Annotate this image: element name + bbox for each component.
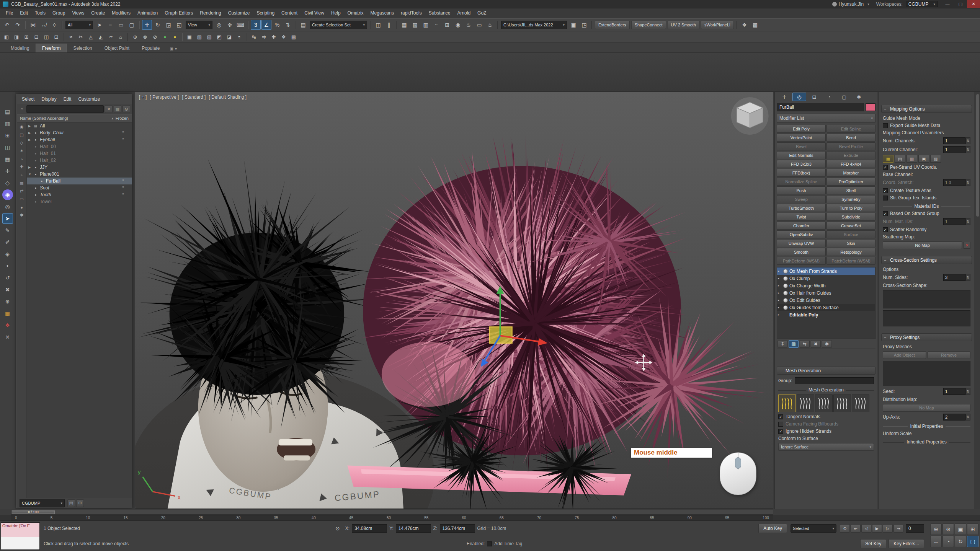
modifier-button-ffd-3x3x3[interactable]: FFD 3x3x3 (777, 160, 826, 168)
checkbox-box-icon[interactable]: ✓ (883, 188, 888, 193)
display-bones-icon[interactable]: ✱ (18, 212, 26, 219)
modifier-stack-ox-clump[interactable]: ▸Ox Clump (777, 275, 875, 282)
expand-arrow-icon[interactable]: ▸ (778, 284, 782, 287)
selection-lock-toggle-icon[interactable]: ⊙ (333, 523, 343, 533)
material-editor-icon[interactable]: ◉ (453, 20, 463, 30)
modifier-button-creaseset[interactable]: CreaseSet (826, 222, 875, 230)
relax-tool-icon[interactable]: ≈ (66, 33, 75, 42)
list-box[interactable] (883, 361, 970, 386)
angle-snap-toggle-icon[interactable]: ∠ (261, 20, 271, 30)
yellow-state-icon[interactable]: ● (170, 33, 180, 42)
display-tab-icon[interactable]: ▢ (837, 93, 851, 101)
checkbox-box-icon[interactable]: ✓ (883, 165, 888, 170)
extend-borders-button[interactable]: ExtendBorders (595, 21, 630, 29)
checkbox-box-icon[interactable]: ✓ (778, 414, 783, 419)
modifier-button-skin[interactable]: Skin (826, 239, 875, 247)
display-helpers-icon[interactable]: ✚ (18, 163, 26, 171)
maximize-button[interactable]: ▢ (954, 0, 967, 8)
expand-arrow-icon[interactable]: ▸ (778, 277, 782, 280)
time-slider-track[interactable]: 0 / 100 (11, 510, 773, 515)
timeline-tick-50[interactable]: 50 (387, 516, 391, 520)
close-toolbar-icon[interactable]: ✕ (2, 332, 13, 342)
timeline-tick-15[interactable]: 15 (124, 516, 128, 520)
list-box[interactable] (883, 290, 970, 308)
minimize-button[interactable]: — (941, 0, 954, 8)
visibility-bulb-icon[interactable] (783, 269, 788, 274)
window-crossing-toggle-icon[interactable]: ▢ (127, 20, 137, 30)
menu-rendering[interactable]: Rendering (196, 8, 224, 18)
expand-arrow-icon[interactable]: ▸ (778, 269, 782, 273)
select-strands-icon[interactable]: ➤ (2, 213, 13, 224)
mesh-preset-guides-icon[interactable] (797, 395, 814, 412)
make-unique-icon[interactable]: ⇆ (800, 340, 810, 348)
modifier-list-dropdown[interactable]: Modifier List ▾ (777, 114, 875, 123)
expand-arrow-icon[interactable]: ▶ (28, 124, 33, 128)
align-icon[interactable]: ∥ (384, 20, 394, 30)
bump-bake-icon[interactable]: ◪ (225, 33, 234, 42)
utilities-tab-icon[interactable]: ✱ (852, 93, 866, 101)
explorer-row-plane001[interactable]: ▼●Plane001 (27, 171, 132, 178)
timeline-tick-95[interactable]: 95 (725, 516, 729, 520)
timeline-tick-65[interactable]: 65 (500, 516, 504, 520)
menu-content[interactable]: Content (278, 8, 301, 18)
display-xrefs-icon[interactable]: ⇄ (18, 187, 26, 195)
menu-megascans[interactable]: Megascans (367, 8, 397, 18)
frozen-column-header[interactable]: Frozen (116, 116, 129, 121)
ribbon-tab-selection[interactable]: Selection (67, 44, 98, 52)
column-chooser-icon[interactable]: ▥ (114, 105, 121, 113)
texture-palette-icon[interactable]: ▩ (2, 308, 13, 319)
spinner-arrows-icon[interactable]: ⇅ (965, 274, 970, 281)
menu-file[interactable]: File (2, 8, 16, 18)
viewport-menu-pov[interactable]: [ Perspective ] (150, 95, 179, 100)
keyboard-shortcut-override-icon[interactable]: ⌨ (235, 20, 245, 30)
timeline-tick-45[interactable]: 45 (349, 516, 353, 520)
pan-view-icon[interactable]: ↔ (930, 536, 942, 547)
hierarchy-tab-icon[interactable]: ⊟ (807, 93, 821, 101)
pin-stack-icon[interactable]: ↧ (777, 340, 787, 348)
clump-tool-icon[interactable]: ◈ (2, 249, 13, 259)
modifier-button-smooth[interactable]: Smooth (777, 248, 826, 256)
close-button[interactable]: ✕ (967, 0, 980, 8)
brush-tool-icon[interactable]: ✎ (2, 225, 13, 236)
timeline-tick-55[interactable]: 55 (424, 516, 428, 520)
object-name-field[interactable]: FurBall (777, 103, 864, 111)
timeline-tick-20[interactable]: 20 (161, 516, 165, 520)
spinner-value[interactable]: 1 (943, 146, 965, 153)
select-and-move-icon[interactable]: ✛ (142, 20, 152, 30)
display-groups-icon[interactable]: ▦ (18, 179, 26, 187)
enabled-checkbox[interactable] (487, 541, 492, 546)
ribbon-tab-populate[interactable]: Populate (136, 44, 166, 52)
explorer-row-towel[interactable]: ●Towel (27, 198, 132, 205)
grid-snap-icon[interactable]: ⊞ (2, 130, 13, 141)
display-shapes-icon[interactable]: ◇ (18, 139, 26, 147)
rendered-frame-window-icon[interactable]: ▭ (474, 20, 484, 30)
normal-bake-icon[interactable]: ◩ (215, 33, 224, 42)
menu-group[interactable]: Group (49, 8, 69, 18)
asset-tracking-icon[interactable]: ▣ (568, 20, 578, 30)
current-frame-field[interactable]: 0 (906, 524, 924, 533)
modifier-button-morpher[interactable]: Morpher (826, 169, 875, 177)
set-key-button[interactable]: Set Key (860, 539, 886, 548)
zoom-extents-icon[interactable]: ▣ (955, 523, 966, 535)
viewport-menu-shading[interactable]: [ Default Shading ] (209, 95, 247, 100)
curve-editor-icon[interactable]: ~ (431, 20, 441, 30)
spinner-value[interactable]: 1 (943, 388, 965, 395)
menu-substance[interactable]: Substance (425, 8, 454, 18)
spinner-value[interactable]: 2 (943, 414, 965, 421)
timeline-tick-0[interactable]: 0 (15, 516, 17, 520)
uv-channel-icon-3[interactable]: ▥ (906, 155, 917, 163)
select-and-rotate-icon[interactable]: ↻ (153, 20, 163, 30)
mirror-tool-icon[interactable]: ◫ (2, 142, 13, 153)
uv-channel-icon-2[interactable]: ▤ (895, 155, 905, 163)
explorer-menu-display[interactable]: Display (38, 96, 60, 102)
explorer-menu-edit[interactable]: Edit (60, 96, 75, 102)
visibility-bulb-icon[interactable] (783, 298, 788, 303)
next-frame-button[interactable]: ▷ (883, 524, 893, 533)
timeline-tick-40[interactable]: 40 (312, 516, 316, 520)
select-object-icon[interactable]: ➤ (95, 20, 105, 30)
shape-connect-button[interactable]: ShapeConnect (631, 21, 666, 29)
undo-icon[interactable]: ↶ (2, 20, 12, 30)
uv-channel-icon-1[interactable]: ▦ (883, 155, 893, 163)
explorer-row-body-chair[interactable]: ▶●Body_Chair* (27, 129, 132, 136)
project-folder-dropdown[interactable]: C:\Users\JIL..ds Max 2022▾ (501, 21, 567, 29)
